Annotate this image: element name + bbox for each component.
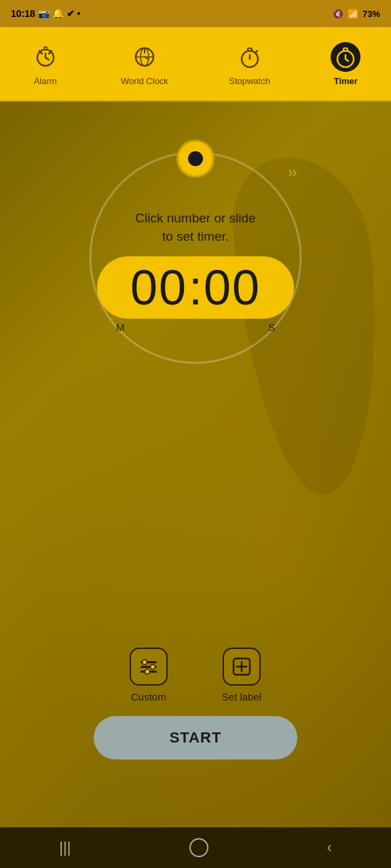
- svg-point-25: [150, 665, 155, 669]
- mute-icon: 🔇: [333, 9, 343, 19]
- custom-button[interactable]: Custom: [130, 648, 168, 703]
- custom-icon: [130, 648, 168, 686]
- status-bar: 10:18 📷 🔔 ✔ • 🔇 📶 73%: [0, 0, 391, 27]
- action-buttons-row: Custom Set label: [130, 648, 261, 703]
- svg-line-14: [256, 51, 257, 52]
- home-button[interactable]: [176, 833, 222, 863]
- svg-point-26: [145, 669, 149, 674]
- tab-alarm[interactable]: Alarm: [22, 37, 69, 92]
- timer-units: M S: [97, 319, 294, 333]
- timer-minutes[interactable]: 00: [130, 263, 187, 312]
- tab-timer[interactable]: Timer: [322, 37, 369, 92]
- timer-area: » Click number or slide to set timer. 00…: [80, 142, 311, 373]
- timer-knob[interactable]: [176, 140, 215, 178]
- timer-display[interactable]: 00 : 00: [97, 256, 294, 319]
- bottom-actions: Custom Set label START: [0, 648, 391, 760]
- nav-tabs: Alarm World Clock Stopwatch: [0, 27, 391, 102]
- knob-inner: [188, 151, 203, 166]
- set-label-icon: [223, 648, 261, 686]
- status-time: 10:18 📷 🔔 ✔ •: [11, 8, 80, 19]
- status-icons-left: 📷 🔔 ✔ •: [38, 8, 81, 19]
- tab-stopwatch[interactable]: Stopwatch: [221, 37, 278, 92]
- timer-seconds[interactable]: 00: [204, 263, 261, 312]
- world-clock-icon: [130, 42, 160, 72]
- unit-minutes: M: [116, 321, 125, 333]
- svg-line-17: [346, 59, 348, 61]
- timer-instruction: Click number or slide to set timer.: [135, 210, 255, 245]
- alarm-icon: [31, 42, 60, 72]
- timer-icon: [331, 42, 360, 72]
- tab-world-clock-label: World Clock: [121, 76, 168, 86]
- tab-timer-label: Timer: [334, 76, 358, 86]
- svg-line-2: [45, 58, 49, 60]
- recent-apps-button[interactable]: |||: [45, 833, 84, 862]
- time-display: 10:18: [11, 8, 35, 19]
- wifi-icon: 📶: [348, 9, 358, 19]
- unit-seconds: S: [268, 321, 275, 333]
- custom-button-label: Custom: [131, 691, 166, 703]
- start-button[interactable]: START: [94, 716, 297, 760]
- back-button[interactable]: ‹: [313, 833, 345, 862]
- tab-alarm-label: Alarm: [34, 76, 57, 86]
- stopwatch-icon: [235, 42, 265, 72]
- tab-world-clock[interactable]: World Clock: [113, 37, 176, 92]
- svg-point-24: [142, 660, 147, 665]
- bottom-nav: ||| ‹: [0, 827, 391, 868]
- home-circle-icon: [189, 838, 208, 857]
- battery-display: 73%: [362, 9, 380, 19]
- set-label-button-label: Set label: [222, 691, 261, 703]
- timer-colon: :: [187, 263, 204, 312]
- status-right-icons: 🔇 📶 73%: [333, 9, 380, 19]
- tab-stopwatch-label: Stopwatch: [229, 76, 270, 86]
- set-label-button[interactable]: Set label: [222, 648, 261, 703]
- forward-arrows-icon: »: [288, 161, 297, 182]
- main-content: » Click number or slide to set timer. 00…: [0, 102, 391, 827]
